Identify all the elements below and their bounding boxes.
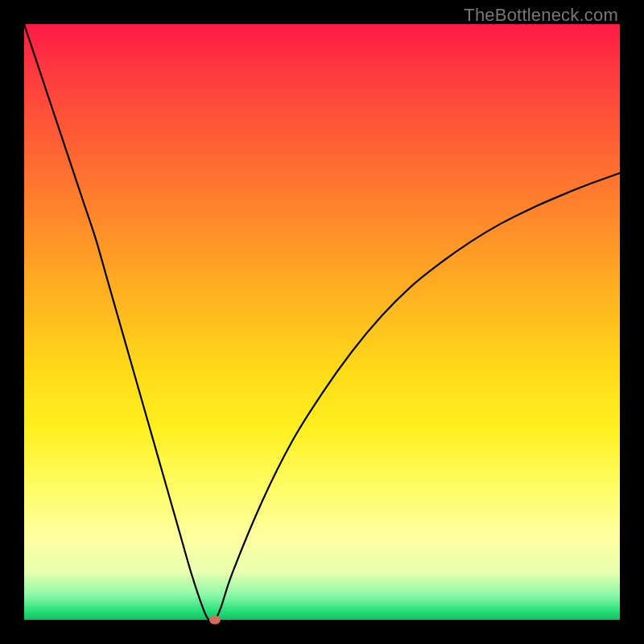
attribution-text: TheBottleneck.com (464, 5, 618, 26)
plot-area (24, 24, 620, 620)
bottleneck-curve (24, 24, 620, 620)
minimum-marker (209, 616, 221, 625)
chart-frame: TheBottleneck.com (0, 0, 644, 644)
